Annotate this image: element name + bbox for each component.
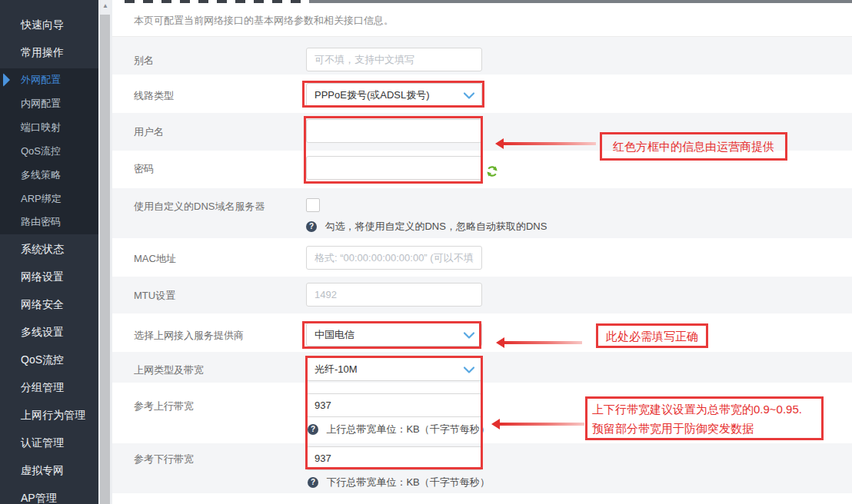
sidebar-submenu: 外网配置内网配置端口映射QoS流控多线策略ARP绑定路由密码 <box>0 68 98 234</box>
sidebar-item-lan-config[interactable]: 内网配置 <box>0 95 98 112</box>
isp-value: 中国电信 <box>315 329 354 340</box>
alias-label: 别名 <box>134 54 154 68</box>
mac-label: MAC地址 <box>134 252 176 266</box>
row-mac: MAC地址 <box>112 238 852 277</box>
sidebar-item-network-settings[interactable]: 网络设置 <box>0 263 98 290</box>
alias-input[interactable] <box>306 48 482 71</box>
row-down-bandwidth: 参考下行带宽 ? 下行总带宽单位：KB（千字节每秒） <box>112 443 852 493</box>
question-circle-icon[interactable]: ? <box>306 221 317 232</box>
sidebar-item-arp-binding[interactable]: ARP绑定 <box>0 191 98 207</box>
red-arrow-bandwidth <box>500 423 584 426</box>
clipped-bar <box>309 0 852 3</box>
sidebar-item-qos-flow-control[interactable]: QoS流控 <box>0 143 98 160</box>
line-type-label: 线路类型 <box>134 89 174 103</box>
row-mtu: MTU设置 <box>112 277 852 313</box>
row-isp: 选择上网接入服务提供商 中国电信 <box>112 313 852 352</box>
annotation-isp-info-text: 红色方框中的信息由运营商提供 <box>608 135 779 158</box>
line-type-select[interactable]: PPPoE拨号(或ADSL拨号) <box>306 83 482 107</box>
annotation-bandwidth-line1: 上下行带宽建议设置为总带宽的0.9~0.95. <box>592 400 802 419</box>
sidebar-item-behavior-management[interactable]: 上网行为管理 <box>0 401 98 429</box>
red-arrow-isp <box>504 341 582 344</box>
annotation-isp-info: 红色方框中的信息由运营商提供 <box>600 132 787 161</box>
main-content: 本页可配置当前网络接口的基本网络参数和相关接口信息。 别名 线路类型 PPPoE… <box>112 0 852 504</box>
sidebar-item-multiline-policy[interactable]: 多线策略 <box>0 167 98 184</box>
custom-dns-checkbox[interactable] <box>306 198 320 212</box>
sidebar-item-system-status[interactable]: 系统状态 <box>0 235 98 263</box>
annotation-bandwidth-line2: 预留部分带宽用于防御突发数据 <box>592 419 802 438</box>
custom-dns-help: ? 勾选，将使用自定义的DNS，忽略自动获取的DNS <box>306 219 547 231</box>
row-net-type: 上网类型及带宽 光纤-10M <box>112 352 852 383</box>
sidebar-item-auth-management[interactable]: 认证管理 <box>0 429 98 456</box>
sidebar-item-quick-wizard[interactable]: 快速向导 <box>0 11 98 38</box>
password-input[interactable] <box>306 156 482 180</box>
question-circle-icon[interactable]: ? <box>308 477 318 488</box>
sidebar-item-group-management[interactable]: 分组管理 <box>0 373 98 401</box>
custom-dns-label: 使用自定义的DNS域名服务器 <box>134 200 265 214</box>
sidebar-item-network-security[interactable]: 网络安全 <box>0 290 98 318</box>
router-admin-page: 快速向导常用操作 外网配置内网配置端口映射QoS流控多线策略ARP绑定路由密码 … <box>0 0 852 504</box>
mtu-label: MTU设置 <box>134 289 175 303</box>
sidebar-item-router-password[interactable]: 路由密码 <box>0 214 98 230</box>
down-bandwidth-help-text: 下行总带宽单位：KB（千字节每秒） <box>326 476 489 489</box>
up-bandwidth-help: ? 上行总带宽单位：KB（千字节每秒） <box>308 422 490 434</box>
scrollbar-thumb[interactable] <box>100 15 110 504</box>
annotation-bandwidth-tip: 上下行带宽建议设置为总带宽的0.9~0.95. 预留部分带宽用于防御突发数据 <box>585 396 824 440</box>
isp-label: 选择上网接入服务提供商 <box>134 329 244 343</box>
sidebar-item-qos-flow-control-main[interactable]: QoS流控 <box>0 346 98 373</box>
isp-select[interactable]: 中国电信 <box>306 323 482 346</box>
sidebar-item-port-mapping[interactable]: 端口映射 <box>0 119 98 136</box>
row-line-type: 线路类型 PPPoE拨号(或ADSL拨号) <box>112 75 852 113</box>
username-input[interactable] <box>306 119 482 143</box>
annotation-must-correct-text: 此处必需填写正确 <box>601 325 703 347</box>
sidebar: 快速向导常用操作 外网配置内网配置端口映射QoS流控多线策略ARP绑定路由密码 … <box>0 0 98 504</box>
chevron-down-icon <box>464 366 474 373</box>
page-description: 本页可配置当前网络接口的基本网络参数和相关接口信息。 <box>112 4 852 37</box>
sidebar-item-multiline-settings[interactable]: 多线设置 <box>0 318 98 346</box>
sidebar-item-vpn[interactable]: 虚拟专网 <box>0 456 98 484</box>
sidebar-main-menu: 系统状态网络设置网络安全多线设置QoS流控分组管理上网行为管理认证管理虚拟专网A… <box>0 235 98 504</box>
chevron-down-icon <box>464 92 474 99</box>
clipped-text-fragments <box>125 0 309 3</box>
sidebar-item-wan-config[interactable]: 外网配置 <box>0 71 98 88</box>
net-type-select[interactable]: 光纤-10M <box>306 357 482 381</box>
down-bandwidth-input[interactable] <box>306 446 482 470</box>
password-label: 密码 <box>134 162 154 176</box>
mtu-input[interactable] <box>306 283 482 307</box>
mac-input[interactable] <box>306 246 482 270</box>
question-circle-icon[interactable]: ? <box>308 424 318 435</box>
sidebar-item-common-operations[interactable]: 常用操作 <box>0 38 98 66</box>
custom-dns-help-text: 勾选，将使用自定义的DNS，忽略自动获取的DNS <box>324 220 547 234</box>
username-label: 用户名 <box>134 125 164 139</box>
net-type-label: 上网类型及带宽 <box>134 363 204 377</box>
red-arrow-credentials <box>504 142 596 145</box>
scroll-up-arrow-icon[interactable]: ▲ <box>98 2 112 9</box>
sidebar-item-ap-management[interactable]: AP管理 <box>0 484 98 504</box>
sidebar-top-menu: 快速向导常用操作 <box>0 11 98 66</box>
down-bandwidth-label: 参考下行带宽 <box>134 453 194 466</box>
annotation-must-correct: 此处必需填写正确 <box>596 323 708 348</box>
up-bandwidth-label: 参考上行带宽 <box>134 400 194 413</box>
refresh-arrows-icon[interactable] <box>486 165 498 177</box>
net-type-value: 光纤-10M <box>315 363 358 375</box>
chevron-down-icon <box>464 332 474 339</box>
up-bandwidth-help-text: 上行总带宽单位：KB（千字节每秒） <box>326 423 489 436</box>
up-bandwidth-input[interactable] <box>306 393 482 417</box>
row-custom-dns: 使用自定义的DNS域名服务器 ? 勾选，将使用自定义的DNS，忽略自动获取的DN… <box>112 188 852 238</box>
row-alias: 别名 <box>112 37 852 75</box>
line-type-value: PPPoE拨号(或ADSL拨号) <box>315 89 430 101</box>
annotation-bandwidth-tip-text: 上下行带宽建议设置为总带宽的0.9~0.95. 预留部分带宽用于防御突发数据 <box>587 398 807 439</box>
sidebar-scrollbar[interactable]: ▲ <box>98 0 112 504</box>
down-bandwidth-help: ? 下行总带宽单位：KB（千字节每秒） <box>308 475 490 487</box>
